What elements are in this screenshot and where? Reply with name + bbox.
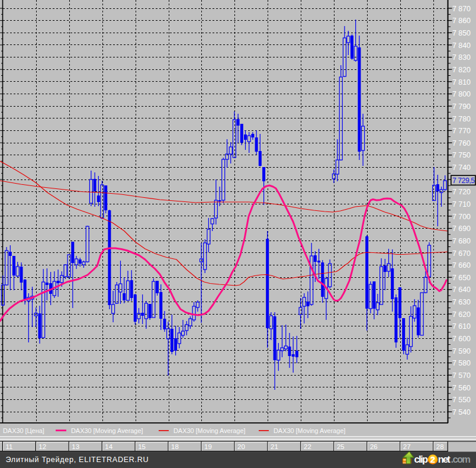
svg-text:7 760: 7 760 [452, 139, 471, 148]
svg-text:7 830: 7 830 [452, 53, 471, 62]
svg-text:19: 19 [204, 443, 212, 450]
svg-text:22: 22 [304, 443, 311, 450]
svg-text:7 680: 7 680 [452, 237, 471, 245]
svg-text:7 670: 7 670 [452, 249, 471, 258]
svg-text:7 560: 7 560 [452, 384, 471, 392]
svg-text:7 720: 7 720 [452, 188, 471, 196]
svg-text:DAX30 [Moving Average]: DAX30 [Moving Average] [173, 427, 245, 434]
svg-text:7 570: 7 570 [452, 371, 471, 380]
svg-text:7 690: 7 690 [452, 225, 471, 233]
svg-text:7 700: 7 700 [452, 213, 471, 221]
svg-text:7 580: 7 580 [452, 359, 471, 367]
svg-text:7 660: 7 660 [452, 261, 471, 270]
svg-text:21: 21 [271, 443, 278, 450]
svg-text:26: 26 [370, 443, 378, 450]
svg-text:7 850: 7 850 [452, 29, 471, 37]
svg-text:7 610: 7 610 [452, 322, 471, 331]
svg-text:Элитный Трейдер, ELITETRADER.R: Элитный Трейдер, ELITETRADER.RU [6, 456, 149, 464]
svg-text:7 780: 7 780 [452, 115, 471, 123]
svg-text:7 770: 7 770 [452, 127, 471, 135]
svg-text:DAX30 [Moving Average]: DAX30 [Moving Average] [274, 427, 345, 434]
svg-text:20: 20 [237, 443, 245, 450]
svg-text:12: 12 [38, 443, 46, 450]
svg-text:7 640: 7 640 [452, 286, 471, 294]
svg-text:7 590: 7 590 [452, 347, 471, 355]
svg-text:clip: clip [414, 454, 429, 464]
svg-text:7 710: 7 710 [452, 200, 471, 209]
svg-text:7 729,5: 7 729,5 [452, 177, 475, 185]
svg-text:7 800: 7 800 [452, 90, 471, 98]
svg-text:7 540: 7 540 [452, 408, 471, 416]
svg-text:7 870: 7 870 [452, 5, 471, 13]
svg-text:.com: .com [451, 454, 471, 464]
svg-text:7 820: 7 820 [452, 66, 471, 74]
svg-text:14: 14 [105, 443, 112, 450]
svg-text:7 740: 7 740 [452, 164, 471, 172]
svg-text:18: 18 [171, 443, 179, 450]
svg-text:7 750: 7 750 [452, 151, 471, 159]
svg-text:7 840: 7 840 [452, 41, 471, 50]
svg-text:15: 15 [138, 443, 146, 450]
svg-text:7 790: 7 790 [452, 102, 471, 111]
svg-text:7 600: 7 600 [452, 335, 471, 343]
svg-text:11: 11 [5, 443, 12, 450]
svg-text:7 810: 7 810 [452, 78, 471, 86]
svg-text:7 630: 7 630 [452, 298, 471, 306]
svg-text:13: 13 [72, 443, 79, 450]
svg-text:25: 25 [337, 443, 345, 450]
svg-text:7 860: 7 860 [452, 17, 471, 25]
svg-text:DAX30 [Moving Average]: DAX30 [Moving Average] [71, 427, 143, 434]
svg-text:7 620: 7 620 [452, 310, 471, 319]
svg-text:net: net [438, 454, 451, 464]
svg-text:2: 2 [430, 454, 436, 464]
svg-text:27: 27 [403, 443, 411, 450]
svg-text:7 550: 7 550 [452, 396, 471, 404]
svg-text:DAX30 [Цена]: DAX30 [Цена] [3, 427, 44, 434]
svg-text:7 650: 7 650 [452, 274, 471, 282]
svg-text:28: 28 [436, 443, 444, 450]
